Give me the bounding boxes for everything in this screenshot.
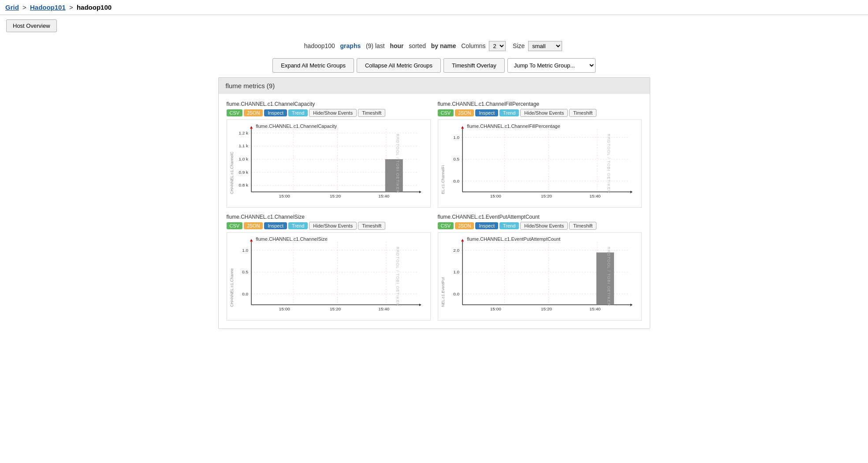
svg-text:15:00: 15:00 <box>490 306 501 311</box>
csv-button-4[interactable]: CSV <box>438 222 454 229</box>
breadcrumb-grid-link[interactable]: Grid <box>5 4 19 11</box>
breadcrumb-sep1: > <box>22 4 26 11</box>
svg-text:0.5: 0.5 <box>242 269 248 274</box>
svg-text:15:40: 15:40 <box>589 194 601 198</box>
svg-text:1.0: 1.0 <box>453 135 459 140</box>
csv-button-3[interactable]: CSV <box>227 222 243 229</box>
graph-title-3: flume.CHANNEL.c1.ChannelSize <box>227 214 431 220</box>
svg-text:15:40: 15:40 <box>378 194 390 198</box>
graph-image-4: 2.0 1.0 0.0 15:00 15:20 15:40 flume.CHAN… <box>438 232 642 321</box>
columns-select[interactable]: 2 1 3 4 <box>489 41 506 51</box>
metric-group-header: flume metrics (9) <box>219 78 650 94</box>
json-button-2[interactable]: JSON <box>455 109 474 116</box>
timeshift-button-2[interactable]: Timeshift <box>569 109 596 117</box>
graph-watermark-3: RRDTOOL / TOBI OETIKER <box>395 246 400 306</box>
graph-title-1: flume.CHANNEL.c1.ChannelCapacity <box>227 101 431 107</box>
summary-count: (9) last <box>366 42 385 49</box>
trend-button-3[interactable]: Trend <box>288 222 308 229</box>
svg-text:1.0: 1.0 <box>453 269 459 274</box>
svg-text:1.1 k: 1.1 k <box>238 143 248 148</box>
inspect-button-1[interactable]: Inspect <box>264 109 287 116</box>
summary-graphs-link[interactable]: graphs <box>340 42 361 49</box>
graph-controls-4: CSV JSON Inspect Trend Hide/Show Events … <box>438 222 642 230</box>
inspect-button-2[interactable]: Inspect <box>475 109 498 116</box>
graph-card-3: flume.CHANNEL.c1.ChannelSize CSV JSON In… <box>223 211 434 324</box>
graph-controls-1: CSV JSON Inspect Trend Hide/Show Events … <box>227 109 431 117</box>
collapse-all-button[interactable]: Collapse All Metric Groups <box>357 58 441 73</box>
json-button-1[interactable]: JSON <box>244 109 263 116</box>
summary-hour: hour <box>390 42 403 49</box>
json-button-4[interactable]: JSON <box>455 222 474 229</box>
svg-text:1.0: 1.0 <box>242 248 248 253</box>
graph-card-4: flume.CHANNEL.c1.EventPutAttemptCount CS… <box>434 211 645 324</box>
svg-text:15:00: 15:00 <box>279 194 290 198</box>
breadcrumb: Grid > Hadoop101 > hadoop100 <box>0 0 868 15</box>
svg-text:flume.CHANNEL.c1.ChannelCapaci: flume.CHANNEL.c1.ChannelCapacity <box>256 123 337 129</box>
svg-text:0.0: 0.0 <box>242 291 248 296</box>
svg-text:0.5: 0.5 <box>453 157 459 161</box>
svg-text:15:40: 15:40 <box>378 306 390 311</box>
graph-image-1: 1.2 k 1.1 k 1.0 k 0.9 k 0.8 k 15:00 15:2… <box>227 119 431 208</box>
json-button-3[interactable]: JSON <box>244 222 263 229</box>
svg-text:15:20: 15:20 <box>329 194 341 198</box>
graphs-grid: flume.CHANNEL.c1.ChannelCapacity CSV JSO… <box>219 94 650 329</box>
summary-hostname: hadoop100 <box>304 42 335 49</box>
size-select[interactable]: small medium large <box>528 41 562 51</box>
main-content: flume metrics (9) flume.CHANNEL.c1.Chann… <box>0 77 868 338</box>
svg-text:0.0: 0.0 <box>453 291 459 296</box>
summary-byname: by name <box>431 42 456 49</box>
svg-text:2.0: 2.0 <box>453 248 459 253</box>
svg-text:15:00: 15:00 <box>279 306 290 311</box>
timeshift-button-4[interactable]: Timeshift <box>569 222 596 230</box>
breadcrumb-hadoop101-link[interactable]: Hadoop101 <box>30 4 66 11</box>
svg-text:CHANNEL.c1.Channe: CHANNEL.c1.Channe <box>229 268 234 307</box>
svg-rect-22 <box>385 159 402 192</box>
graph-controls-2: CSV JSON Inspect Trend Hide/Show Events … <box>438 109 642 117</box>
graph-title-2: flume.CHANNEL.c1.ChannelFillPercentage <box>438 101 642 107</box>
svg-rect-80 <box>596 253 614 305</box>
svg-text:15:20: 15:20 <box>540 194 552 198</box>
graph-controls-3: CSV JSON Inspect Trend Hide/Show Events … <box>227 222 431 230</box>
svg-text:0.9 k: 0.9 k <box>238 170 248 175</box>
toolbar: Expand All Metric Groups Collapse All Me… <box>0 55 868 77</box>
hide-events-button-1[interactable]: Hide/Show Events <box>309 109 357 117</box>
summary-bar: hadoop100 graphs (9) last hour sorted by… <box>0 37 868 55</box>
timeshift-overlay-button[interactable]: Timeshift Overlay <box>443 58 505 73</box>
graph-watermark-4: RRDTOOL / TOBI OETIKER <box>607 246 611 306</box>
graph-watermark-2: RRDTOOL / TOBI OETIKER <box>607 134 611 194</box>
trend-button-2[interactable]: Trend <box>499 109 519 116</box>
svg-text:EL.c1.ChannelFi: EL.c1.ChannelFi <box>440 165 445 194</box>
expand-all-button[interactable]: Expand All Metric Groups <box>272 58 354 73</box>
summary-columns-label: Columns <box>461 42 485 49</box>
csv-button-2[interactable]: CSV <box>438 109 454 116</box>
svg-text:15:00: 15:00 <box>490 194 501 198</box>
svg-text:flume.CHANNEL.c1.ChannelSize: flume.CHANNEL.c1.ChannelSize <box>256 236 328 242</box>
graph-card-2: flume.CHANNEL.c1.ChannelFillPercentage C… <box>434 98 645 211</box>
breadcrumb-sep2: > <box>69 4 73 11</box>
inspect-button-3[interactable]: Inspect <box>264 222 287 229</box>
graph-image-3: 1.0 0.5 0.0 15:00 15:20 15:40 flume.CHAN… <box>227 232 431 321</box>
graph-card-1: flume.CHANNEL.c1.ChannelCapacity CSV JSO… <box>223 98 434 211</box>
hide-events-button-3[interactable]: Hide/Show Events <box>309 222 357 230</box>
svg-text:NEL.c1.EventPut: NEL.c1.EventPut <box>440 277 445 307</box>
host-overview-button[interactable]: Host Overview <box>6 19 57 32</box>
svg-text:15:20: 15:20 <box>540 306 552 311</box>
timeshift-button-3[interactable]: Timeshift <box>358 222 385 230</box>
summary-sorted: sorted <box>409 42 426 49</box>
breadcrumb-current: hadoop100 <box>77 4 112 11</box>
summary-size-label: Size <box>513 42 525 49</box>
hide-events-button-4[interactable]: Hide/Show Events <box>520 222 568 230</box>
jump-to-group-select[interactable]: Jump To Metric Group... <box>507 58 596 73</box>
svg-text:flume.CHANNEL.c1.ChannelFillPe: flume.CHANNEL.c1.ChannelFillPercentage <box>467 123 560 129</box>
timeshift-button-1[interactable]: Timeshift <box>358 109 385 117</box>
graph-title-4: flume.CHANNEL.c1.EventPutAttemptCount <box>438 214 642 220</box>
svg-text:0.8 k: 0.8 k <box>238 183 248 188</box>
trend-button-1[interactable]: Trend <box>288 109 308 116</box>
trend-button-4[interactable]: Trend <box>499 222 519 229</box>
svg-text:1.2 k: 1.2 k <box>238 131 248 135</box>
inspect-button-4[interactable]: Inspect <box>475 222 498 229</box>
svg-text:1.0 k: 1.0 k <box>238 157 248 161</box>
csv-button-1[interactable]: CSV <box>227 109 243 116</box>
hide-events-button-2[interactable]: Hide/Show Events <box>520 109 568 117</box>
svg-text:CHANNEL.c1.ChannelC: CHANNEL.c1.ChannelC <box>229 151 234 194</box>
